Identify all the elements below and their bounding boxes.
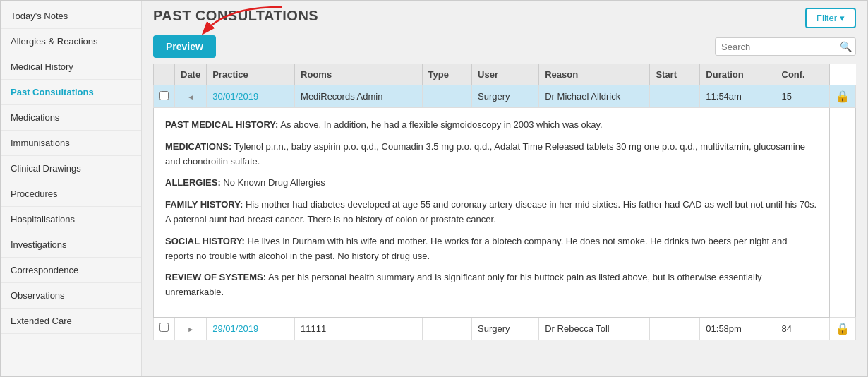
col-header-Reason: Reason	[539, 64, 650, 85]
row-checkbox[interactable]	[154, 85, 175, 108]
sidebar-item-clinical-drawings[interactable]: Clinical Drawings	[1, 156, 141, 181]
table-header: DatePracticeRoomsTypeUserReasonStartDura…	[154, 64, 856, 85]
sidebar-item-allergies---reactions[interactable]: Allergies & Reactions	[1, 29, 141, 54]
row-user: Dr Rebecca Toll	[539, 317, 650, 340]
row-reason	[650, 85, 700, 108]
col-header-Type: Type	[422, 64, 472, 85]
row-start: 01:58pm	[700, 317, 776, 340]
sidebar-item-medications[interactable]: Medications	[1, 105, 141, 131]
detail-row: PAST MEDICAL HISTORY: As above. In addit…	[154, 108, 856, 318]
row-conf: 🔒	[829, 85, 855, 108]
detail-section-label: FAMILY HISTORY:	[165, 199, 243, 210]
sidebar-item-immunisations[interactable]: Immunisations	[1, 131, 141, 156]
row-reason	[650, 317, 700, 340]
detail-section-label: REVIEW OF SYSTEMS:	[165, 272, 266, 282]
table-row[interactable]: ◄30/01/2019MediRecords AdminSurgeryDr Mi…	[154, 85, 856, 108]
sidebar: Today's NotesAllergies & ReactionsMedica…	[1, 1, 142, 376]
detail-section-label: PAST MEDICAL HISTORY:	[165, 119, 278, 130]
col-header-Date: Date	[175, 64, 207, 85]
search-box: 🔍	[715, 37, 856, 56]
row-user: Dr Michael Alldrick	[539, 85, 650, 108]
page-title: PAST CONSULTATIONS	[153, 8, 318, 24]
row-type: Surgery	[472, 85, 539, 108]
sidebar-item-today's-notes[interactable]: Today's Notes	[1, 4, 141, 29]
consultations-table: DatePracticeRoomsTypeUserReasonStartDura…	[153, 64, 856, 340]
row-date[interactable]: 29/01/2019	[207, 317, 295, 340]
detail-section: REVIEW OF SYSTEMS: As per his personal h…	[165, 270, 818, 300]
lock-icon: 🔒	[836, 323, 850, 335]
row-rooms	[422, 85, 472, 108]
main-header: PAST CONSULTATIONS Filter ▾	[142, 1, 867, 32]
sidebar-item-hospitalisations[interactable]: Hospitalisations	[1, 207, 141, 232]
sidebar-item-observations[interactable]: Observations	[1, 283, 141, 309]
col-header-Practice: Practice	[207, 64, 295, 85]
preview-button[interactable]: Preview	[153, 35, 216, 58]
expand-icon[interactable]: ◄	[175, 85, 207, 108]
row-duration: 15	[776, 85, 829, 108]
sidebar-item-correspondence[interactable]: Correspondence	[1, 258, 141, 283]
detail-section: ALLERGIES: No Known Drug Allergies	[165, 176, 818, 191]
sidebar-item-procedures[interactable]: Procedures	[1, 181, 141, 207]
sidebar-item-medical-history[interactable]: Medical History	[1, 54, 141, 80]
lock-icon: 🔒	[836, 90, 850, 102]
table-body: ◄30/01/2019MediRecords AdminSurgeryDr Mi…	[154, 85, 856, 340]
search-input[interactable]	[721, 42, 840, 52]
detail-section-label: MEDICATIONS:	[165, 141, 231, 152]
row-practice: 11111	[295, 317, 422, 340]
row-practice: MediRecords Admin	[295, 85, 422, 108]
toolbar-row: Preview 🔍	[142, 32, 867, 64]
search-icon: 🔍	[840, 41, 852, 52]
table-row[interactable]: ►29/01/201911111SurgeryDr Rebecca Toll01…	[154, 317, 856, 340]
col-header-User: User	[472, 64, 539, 85]
row-type: Surgery	[472, 317, 539, 340]
row-conf: 🔒	[829, 317, 855, 340]
detail-section-label: SOCIAL HISTORY:	[165, 236, 245, 246]
detail-panel: PAST MEDICAL HISTORY: As above. In addit…	[154, 108, 830, 318]
table-container: DatePracticeRoomsTypeUserReasonStartDura…	[142, 64, 867, 376]
row-duration: 84	[776, 317, 829, 340]
detail-section: SOCIAL HISTORY: He lives in Durham with …	[165, 234, 818, 264]
detail-section: FAMILY HISTORY: His mother had diabetes …	[165, 198, 818, 227]
main-content: PAST CONSULTATIONS Filter ▾ Preview 🔍	[142, 1, 867, 376]
filter-button[interactable]: Filter ▾	[805, 8, 856, 28]
col-header-Conf.: Conf.	[776, 64, 829, 85]
detail-section: MEDICATIONS: Tylenol p.r.n., baby aspiri…	[165, 140, 818, 169]
sidebar-item-past-consultations[interactable]: Past Consultations	[1, 80, 141, 105]
detail-section-label: ALLERGIES:	[165, 177, 221, 188]
col-header-Duration: Duration	[700, 64, 776, 85]
sidebar-item-investigations[interactable]: Investigations	[1, 232, 141, 258]
chevron-down-icon: ▾	[840, 13, 845, 23]
col-header-Rooms: Rooms	[295, 64, 422, 85]
row-checkbox[interactable]	[154, 317, 175, 340]
expand-icon[interactable]: ►	[175, 317, 207, 340]
col-header-checkbox-0	[154, 64, 175, 85]
col-header-Start: Start	[650, 64, 700, 85]
sidebar-item-extended-care[interactable]: Extended Care	[1, 309, 141, 334]
detail-section: PAST MEDICAL HISTORY: As above. In addit…	[165, 118, 818, 133]
row-rooms	[422, 317, 472, 340]
row-date[interactable]: 30/01/2019	[207, 85, 295, 108]
row-start: 11:54am	[700, 85, 776, 108]
filter-label: Filter	[816, 13, 837, 23]
